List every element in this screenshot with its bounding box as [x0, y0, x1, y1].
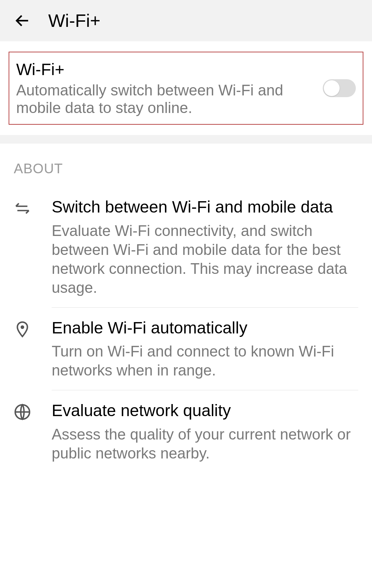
about-item-text: Enable Wi-Fi automatically Turn on Wi-Fi… [52, 318, 358, 380]
section-divider [0, 135, 372, 144]
header: Wi-Fi+ [0, 0, 372, 41]
about-item-description: Assess the quality of your current netwo… [52, 425, 358, 463]
wifi-plus-toggle-description: Automatically switch between Wi-Fi and m… [16, 82, 316, 116]
location-pin-icon [14, 318, 34, 380]
about-item-title: Switch between Wi-Fi and mobile data [52, 197, 358, 217]
toggle-knob [324, 80, 340, 96]
wifi-plus-toggle-text: Wi-Fi+ Automatically switch between Wi-F… [16, 60, 323, 116]
about-item-title: Enable Wi-Fi automatically [52, 318, 358, 338]
back-arrow-icon[interactable] [14, 12, 31, 29]
wifi-plus-toggle-switch[interactable] [323, 79, 356, 97]
swap-icon [14, 197, 34, 297]
wifi-plus-toggle-card[interactable]: Wi-Fi+ Automatically switch between Wi-F… [9, 52, 363, 125]
about-item-description: Turn on Wi-Fi and connect to known Wi-Fi… [52, 342, 358, 380]
about-item-description: Evaluate Wi-Fi connectivity, and switch … [52, 221, 358, 297]
globe-icon [14, 401, 34, 463]
page-title: Wi-Fi+ [48, 10, 101, 31]
about-item-enable-auto: Enable Wi-Fi automatically Turn on Wi-Fi… [0, 308, 372, 390]
svg-point-3 [21, 326, 23, 328]
about-item-title: Evaluate network quality [52, 401, 358, 421]
about-section-header: ABOUT [0, 144, 372, 187]
about-item-evaluate-quality: Evaluate network quality Assess the qual… [0, 390, 372, 473]
about-item-text: Switch between Wi-Fi and mobile data Eva… [52, 197, 358, 297]
about-item-switch: Switch between Wi-Fi and mobile data Eva… [0, 187, 372, 307]
wifi-plus-toggle-title: Wi-Fi+ [16, 60, 316, 79]
about-item-text: Evaluate network quality Assess the qual… [52, 401, 358, 463]
